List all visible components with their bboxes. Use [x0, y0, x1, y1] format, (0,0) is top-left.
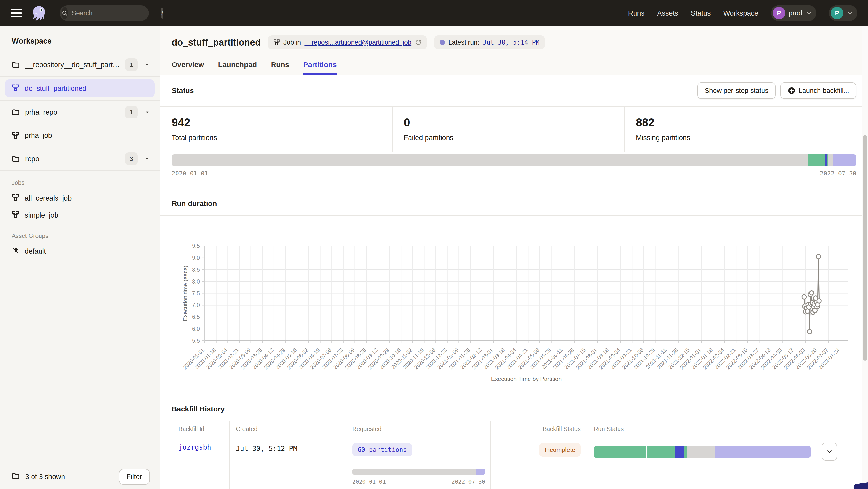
scrollbar-thumb[interactable]: [863, 135, 867, 361]
menu-icon[interactable]: [11, 9, 22, 17]
sidebar-item-label: __repository__do_stuff_partitio...: [25, 61, 120, 69]
requested-partitions-chip[interactable]: 60 partitions: [352, 443, 412, 456]
svg-text:Execution Time by Partition: Execution Time by Partition: [491, 376, 562, 382]
run-status-dot: [440, 40, 445, 45]
caret-down-icon[interactable]: [145, 109, 150, 115]
svg-text:5.5: 5.5: [192, 337, 200, 344]
bar-segment-green: [684, 446, 687, 458]
expand-row-button[interactable]: [822, 443, 837, 461]
user-menu[interactable]: P: [829, 5, 857, 21]
run-duration-chart[interactable]: 9.59.08.58.07.57.06.56.05.52020-01-01202…: [172, 216, 856, 395]
column-header-backfill-id: Backfill Id: [172, 421, 229, 437]
tab-overview[interactable]: Overview: [172, 61, 204, 75]
backfill-history-heading: Backfill History: [172, 405, 224, 413]
sidebar-item-do_stuff_partitioned[interactable]: do_stuff_partitioned: [5, 79, 155, 97]
bar-segment-lavender: [756, 446, 811, 458]
caret-down-icon[interactable]: [145, 62, 150, 67]
folder-icon: [12, 472, 20, 482]
tab-runs[interactable]: Runs: [271, 61, 289, 75]
stat-missing-partitions: 882Missing partitions: [624, 107, 856, 153]
svg-text:9.5: 9.5: [192, 243, 200, 249]
stat-label: Failed partitions: [404, 134, 624, 142]
svg-text:8.5: 8.5: [192, 266, 200, 273]
latest-run-time-link[interactable]: Jul 30, 5:14 PM: [483, 39, 540, 46]
job-icon: [12, 132, 20, 139]
job-header: do_stuff_partitioned Job in __reposi...a…: [160, 26, 868, 75]
bar-segment-gray: [828, 154, 833, 166]
sidebar-item-label: prha_job: [25, 132, 150, 139]
deployment-switcher[interactable]: P prod: [771, 5, 816, 21]
bar-segment-green: [808, 154, 825, 166]
sidebar-footer: 3 of 3 shown Filter: [0, 464, 159, 489]
tab-partitions[interactable]: Partitions: [303, 61, 337, 75]
column-header-requested: Requested: [346, 421, 491, 437]
bar-segment-blue: [825, 154, 827, 166]
bar-segment-gray: [352, 469, 476, 475]
plus-circle-icon: [788, 87, 796, 95]
tab-launchpad[interactable]: Launchpad: [218, 61, 257, 75]
bar-segment-lavender: [833, 154, 856, 166]
bar-end-date: 2022-07-30: [820, 170, 856, 177]
refresh-icon[interactable]: [415, 39, 422, 46]
svg-text:6.0: 6.0: [192, 326, 200, 332]
deployment-avatar: P: [773, 7, 785, 20]
stat-total-partitions: 942Total partitions: [172, 107, 392, 153]
search-input[interactable]: [68, 9, 161, 17]
workspace-sidebar: Workspace __repository__do_stuff_partiti…: [0, 26, 160, 489]
filter-button[interactable]: Filter: [119, 469, 150, 485]
sidebar-item-label: do_stuff_partitioned: [25, 85, 86, 93]
sidebar-item-all_cereals_job[interactable]: all_cereals_job: [0, 190, 159, 207]
svg-text:7.5: 7.5: [192, 290, 200, 297]
status-heading: Status: [172, 87, 194, 95]
backfill-id-link[interactable]: jozrgsbh: [179, 443, 211, 451]
sidebar-item-simple_job[interactable]: simple_job: [0, 207, 159, 224]
sidebar-title: Workspace: [0, 26, 159, 53]
nav-link-runs[interactable]: Runs: [628, 9, 645, 17]
job-count-badge: 1: [125, 106, 138, 119]
nav-link-workspace[interactable]: Workspace: [723, 9, 758, 17]
caret-down-icon[interactable]: [145, 156, 150, 161]
search-icon: [62, 7, 68, 20]
show-per-step-status-button[interactable]: Show per-step status: [697, 83, 776, 99]
job-icon: [273, 39, 280, 46]
repo-count-text: 3 of 3 shown: [25, 473, 114, 481]
partition-status-bar[interactable]: [172, 154, 856, 166]
sidebar-item-prha_repo[interactable]: prha_repo1: [0, 101, 159, 124]
sidebar-item-repo[interactable]: repo3: [0, 147, 159, 171]
bar-segment-lavender: [715, 446, 755, 458]
job-tag: Job in __reposi...artitioned@partitioned…: [268, 35, 427, 50]
scrollbar-track[interactable]: [862, 26, 868, 489]
sidebar-item-__repository__do_stuff_partitio[interactable]: __repository__do_stuff_partitio...1: [0, 53, 159, 76]
folder-icon: [12, 61, 20, 69]
chevron-down-icon: [847, 10, 853, 16]
grid-icon: [12, 247, 20, 256]
user-avatar: P: [831, 7, 843, 20]
job-tag-link[interactable]: __reposi...artitioned@partitioned_job: [304, 39, 411, 46]
stat-value: 882: [636, 116, 856, 129]
job-count-badge: 3: [125, 153, 138, 165]
svg-text:8.0: 8.0: [192, 279, 200, 285]
stat-failed-partitions: 0Failed partitions: [392, 107, 624, 153]
stat-label: Missing partitions: [636, 134, 856, 142]
latest-run-label: Latest run:: [448, 39, 479, 46]
search-shortcut-key: /: [161, 7, 163, 19]
section-label-jobs: Jobs: [0, 171, 159, 190]
sidebar-item-label: default: [25, 248, 46, 255]
requested-end-date: 2022-07-30: [452, 479, 485, 485]
run-duration-heading: Run duration: [172, 199, 217, 208]
dagster-logo-icon[interactable]: [30, 4, 48, 22]
nav-link-status[interactable]: Status: [691, 9, 711, 17]
requested-start-date: 2020-01-01: [352, 479, 386, 485]
search-bar[interactable]: /: [60, 5, 149, 21]
column-header-run-status: Run Status: [587, 421, 817, 437]
run-status-bar[interactable]: [594, 446, 810, 458]
folder-icon: [12, 108, 20, 116]
job-count-badge: 1: [125, 58, 138, 71]
launch-backfill-button[interactable]: Launch backfill...: [780, 83, 856, 99]
job-icon: [12, 210, 20, 220]
sidebar-item-prha_job[interactable]: prha_job: [0, 124, 159, 147]
nav-link-assets[interactable]: Assets: [657, 9, 678, 17]
top-navbar: / RunsAssetsStatusWorkspace P prod P: [0, 0, 868, 26]
sidebar-item-default[interactable]: default: [0, 243, 159, 260]
main-content: do_stuff_partitioned Job in __reposi...a…: [160, 26, 868, 489]
